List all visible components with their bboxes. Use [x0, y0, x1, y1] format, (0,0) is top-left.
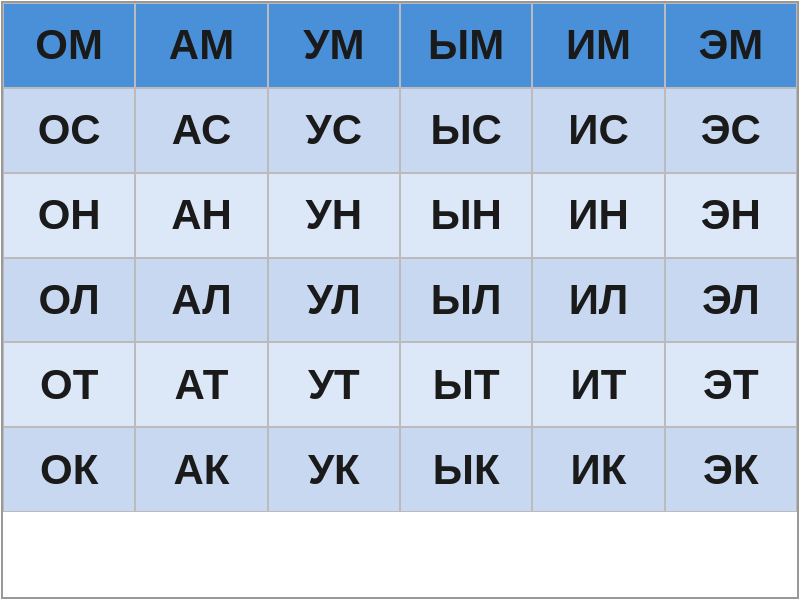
cell-r2-c2: УН	[268, 173, 400, 258]
cell-r4-c3: ЫТ	[400, 342, 532, 427]
syllable-grid: ОМАМУМЫМИМЭМОСАСУСЫСИСЭСОНАНУНЫНИНЭНОЛАЛ…	[1, 1, 799, 599]
cell-r5-c0: ОК	[3, 427, 135, 512]
cell-r3-c0: ОЛ	[3, 258, 135, 343]
cell-r4-c1: АТ	[135, 342, 267, 427]
cell-r4-c0: ОТ	[3, 342, 135, 427]
cell-r0-c2: УМ	[268, 3, 400, 88]
cell-r0-c1: АМ	[135, 3, 267, 88]
cell-r1-c0: ОС	[3, 88, 135, 173]
cell-r4-c2: УТ	[268, 342, 400, 427]
cell-r1-c2: УС	[268, 88, 400, 173]
cell-r1-c4: ИС	[532, 88, 664, 173]
cell-r0-c0: ОМ	[3, 3, 135, 88]
cell-r0-c4: ИМ	[532, 3, 664, 88]
cell-r3-c5: ЭЛ	[665, 258, 797, 343]
cell-r4-c5: ЭТ	[665, 342, 797, 427]
cell-r2-c3: ЫН	[400, 173, 532, 258]
cell-r3-c4: ИЛ	[532, 258, 664, 343]
cell-r2-c1: АН	[135, 173, 267, 258]
cell-r3-c3: ЫЛ	[400, 258, 532, 343]
cell-r5-c2: УК	[268, 427, 400, 512]
cell-r5-c5: ЭК	[665, 427, 797, 512]
cell-r1-c5: ЭС	[665, 88, 797, 173]
cell-r2-c0: ОН	[3, 173, 135, 258]
cell-r5-c1: АК	[135, 427, 267, 512]
cell-r2-c5: ЭН	[665, 173, 797, 258]
cell-r5-c3: ЫК	[400, 427, 532, 512]
cell-r0-c5: ЭМ	[665, 3, 797, 88]
cell-r1-c1: АС	[135, 88, 267, 173]
cell-r4-c4: ИТ	[532, 342, 664, 427]
cell-r5-c4: ИК	[532, 427, 664, 512]
cell-r2-c4: ИН	[532, 173, 664, 258]
cell-r3-c2: УЛ	[268, 258, 400, 343]
cell-r3-c1: АЛ	[135, 258, 267, 343]
cell-r1-c3: ЫС	[400, 88, 532, 173]
cell-r0-c3: ЫМ	[400, 3, 532, 88]
